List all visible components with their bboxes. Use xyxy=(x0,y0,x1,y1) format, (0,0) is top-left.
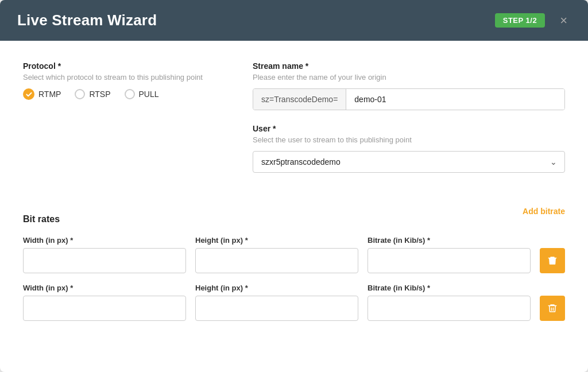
stream-name-label: Stream name * xyxy=(253,61,565,71)
rtmp-label: RTMP xyxy=(38,90,61,99)
user-select-wrapper: szxr5ptranscodedemo ⌄ xyxy=(253,151,565,173)
user-select[interactable]: szxr5ptranscodedemo xyxy=(253,151,565,173)
height-group-2: Height (in px) * xyxy=(195,284,358,321)
bitrates-section: Bit rates Add bitrate Width (in px) * He… xyxy=(23,193,565,321)
width-group-2: Width (in px) * xyxy=(23,284,186,321)
height-label-1: Height (in px) * xyxy=(195,236,358,245)
width-input-2[interactable] xyxy=(23,296,186,321)
checkmark-icon xyxy=(26,91,32,98)
protocol-hint: Select which protocol to stream to this … xyxy=(23,73,218,82)
delete-row-1-button[interactable] xyxy=(540,248,565,273)
bitrates-header: Bit rates Add bitrate xyxy=(23,193,565,229)
user-label: User * xyxy=(253,124,565,133)
trash-icon xyxy=(547,255,558,266)
width-label-1: Width (in px) * xyxy=(23,236,186,245)
modal-title: Live Stream Wizard xyxy=(17,11,157,29)
rtsp-label: RTSP xyxy=(89,90,110,99)
bitrate-input-1[interactable] xyxy=(368,248,531,273)
stream-name-input[interactable] xyxy=(346,89,564,110)
modal-container: Live Stream Wizard STEP 1/2 × Protocol *… xyxy=(0,0,588,372)
delete-row-2-button[interactable] xyxy=(540,296,565,321)
height-input-1[interactable] xyxy=(195,248,358,273)
protocol-section: Protocol * Select which protocol to stre… xyxy=(23,61,218,173)
bitrate-input-2[interactable] xyxy=(368,296,531,321)
modal-header: Live Stream Wizard STEP 1/2 × xyxy=(0,0,588,41)
step-badge: STEP 1/2 xyxy=(495,13,545,28)
stream-name-hint: Please enter the name of your live origi… xyxy=(253,73,565,82)
protocol-label: Protocol * xyxy=(23,61,218,71)
bitrate-group-1: Bitrate (in Kib/s) * xyxy=(368,236,531,273)
user-hint: Select the user to stream to this publis… xyxy=(253,135,565,144)
stream-prefix: sz=TranscodeDemo= xyxy=(253,89,346,110)
bitrate-row: Width (in px) * Height (in px) * Bitrate… xyxy=(23,284,565,321)
width-input-1[interactable] xyxy=(23,248,186,273)
bitrates-title: Bit rates xyxy=(23,214,60,224)
close-button[interactable]: × xyxy=(556,13,571,28)
bitrate-label-2: Bitrate (in Kib/s) * xyxy=(368,284,531,292)
bitrate-row: Width (in px) * Height (in px) * Bitrate… xyxy=(23,236,565,273)
bitrate-label-1: Bitrate (in Kib/s) * xyxy=(368,236,531,245)
height-group-1: Height (in px) * xyxy=(195,236,358,273)
add-bitrate-button[interactable]: Add bitrate xyxy=(523,207,565,216)
pull-label: PULL xyxy=(139,90,159,99)
pull-radio-icon xyxy=(125,89,135,99)
two-column-layout: Protocol * Select which protocol to stre… xyxy=(23,61,565,173)
rtmp-check-icon xyxy=(23,88,34,100)
protocol-radio-group: RTMP RTSP PULL xyxy=(23,88,218,100)
width-group-1: Width (in px) * xyxy=(23,236,186,273)
modal-body: Protocol * Select which protocol to stre… xyxy=(0,41,588,372)
height-input-2[interactable] xyxy=(195,296,358,321)
right-section: Stream name * Please enter the name of y… xyxy=(253,61,565,173)
height-label-2: Height (in px) * xyxy=(195,284,358,292)
stream-name-wrapper: sz=TranscodeDemo= xyxy=(253,88,565,110)
radio-pull[interactable]: PULL xyxy=(125,89,159,99)
rtsp-radio-icon xyxy=(75,89,85,99)
bitrate-group-2: Bitrate (in Kib/s) * xyxy=(368,284,531,321)
header-right: STEP 1/2 × xyxy=(495,13,571,28)
width-label-2: Width (in px) * xyxy=(23,284,186,292)
radio-rtsp[interactable]: RTSP xyxy=(75,89,110,99)
trash-icon xyxy=(547,303,558,313)
radio-rtmp[interactable]: RTMP xyxy=(23,88,61,100)
